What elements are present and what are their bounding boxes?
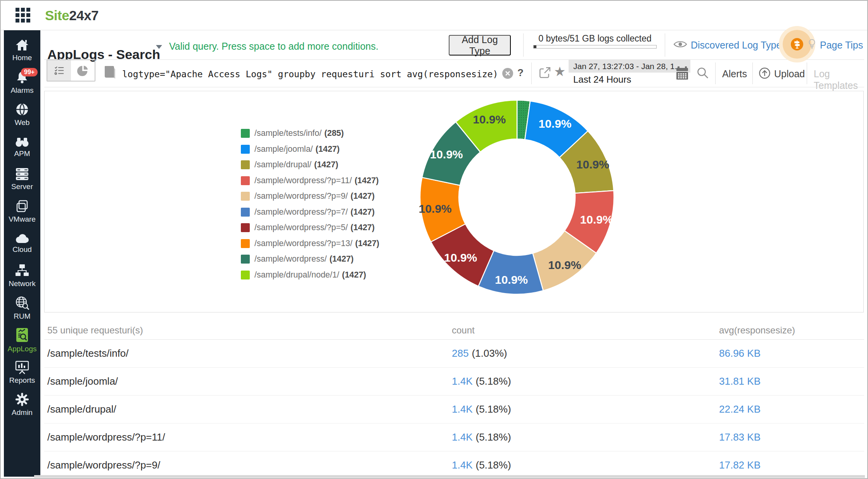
sidebar-item-vmware[interactable]: VMware xyxy=(4,195,40,227)
legend-swatch xyxy=(241,145,250,154)
donut-slice-percent-label: 10.9% xyxy=(444,251,477,264)
vmware-layers-icon xyxy=(15,199,29,213)
sidebar: Home 99+ Alarms Web APM Server VMware Cl… xyxy=(4,30,40,477)
sidebar-item-label: Cloud xyxy=(12,245,32,254)
legend-item[interactable]: /sample/wordpress/?p=13/(1427) xyxy=(241,239,379,248)
horizontal-scrollbar[interactable] xyxy=(34,475,865,478)
log-templates-button: Log Templates xyxy=(814,68,867,91)
legend-swatch xyxy=(241,239,250,248)
donut-slice-percent-label: 10.9% xyxy=(580,213,613,226)
count-link[interactable]: 285 xyxy=(452,347,469,359)
donut-chart: 10.9%10.9%10.9%10.9%10.9%10.9%10.9%10.9%… xyxy=(408,89,626,306)
saved-searches-book-icon[interactable] xyxy=(103,65,116,79)
legend-swatch xyxy=(241,160,250,169)
signpost-icon xyxy=(793,40,801,49)
legend-item[interactable]: /sample/tests/info/(285) xyxy=(241,129,379,138)
sidebar-item-reports[interactable]: Reports xyxy=(4,356,40,389)
legend-item[interactable]: /sample/wordpress/?p=7/(1427) xyxy=(241,208,379,217)
upload-icon[interactable] xyxy=(759,67,771,79)
query-help-icon[interactable]: ? xyxy=(517,67,524,79)
alarms-count-badge: 99+ xyxy=(21,68,38,76)
list-view-toggle[interactable] xyxy=(47,60,71,81)
sidebar-item-apm[interactable]: APM xyxy=(4,131,40,163)
table-summary: 55 unique requesturi(s) xyxy=(47,325,143,336)
rum-globe-search-icon xyxy=(15,296,29,310)
date-preset-text: Last 24 Hours xyxy=(569,73,690,87)
binoculars-icon xyxy=(14,136,30,148)
chart-view-toggle[interactable] xyxy=(71,60,95,81)
sidebar-item-label: VMware xyxy=(9,215,36,224)
sidebar-item-label: RUM xyxy=(14,312,30,321)
avg-link[interactable]: 31.81 KB xyxy=(719,375,761,387)
sidebar-item-rum[interactable]: RUM xyxy=(4,292,40,324)
legend-item[interactable]: /sample/wordpress/?p=9/(1427) xyxy=(241,192,379,201)
count-link[interactable]: 1.4K xyxy=(452,459,473,471)
logs-quota-progressbar xyxy=(533,45,657,49)
sidebar-item-label: Reports xyxy=(9,376,35,385)
server-icon xyxy=(15,167,29,180)
legend-item[interactable]: /sample/joomla/(1427) xyxy=(241,145,379,154)
sidebar-item-admin[interactable]: Admin xyxy=(4,389,40,421)
table-row: /sample/tests/info/ 285(1.03%) 86.96 KB xyxy=(44,340,864,368)
chart-panel: /sample/tests/info/(285) /sample/joomla/… xyxy=(44,91,864,312)
applogs-icon xyxy=(16,327,29,343)
legend-item[interactable]: /sample/wordpress/?p=5/(1427) xyxy=(241,223,379,232)
alerts-button[interactable]: Alerts xyxy=(722,68,747,80)
app-grid-icon[interactable] xyxy=(16,8,30,23)
add-log-type-button[interactable]: Add Log Type xyxy=(449,35,511,56)
count-link[interactable]: 1.4K xyxy=(452,403,473,415)
sidebar-item-home[interactable]: Home xyxy=(4,34,40,66)
cloud-icon xyxy=(14,233,30,243)
site24x7-logo[interactable]: Site24x7 xyxy=(45,6,99,25)
network-icon xyxy=(15,264,29,278)
avg-link[interactable]: 86.96 KB xyxy=(719,347,761,359)
sidebar-item-network[interactable]: Network xyxy=(4,260,40,292)
avg-link[interactable]: 17.83 KB xyxy=(719,431,761,443)
donut-slice-percent-label: 10.9% xyxy=(473,113,506,126)
home-icon xyxy=(15,38,29,52)
share-export-icon[interactable] xyxy=(538,66,552,79)
query-input[interactable]: logtype="Apache Access Logs" groupby req… xyxy=(122,69,498,80)
globe-icon xyxy=(15,102,29,116)
legend-swatch xyxy=(241,271,250,279)
column-header-avg[interactable]: avg(responsesize) xyxy=(719,325,795,336)
donut-slice-percent-label: 10.9% xyxy=(538,117,571,130)
logs-quota-text: 0 bytes/51 GB logs collected xyxy=(533,33,657,44)
title-dropdown-caret-icon[interactable] xyxy=(156,45,162,49)
topbar: Site24x7 xyxy=(1,1,867,30)
upload-button[interactable]: Upload xyxy=(774,68,805,80)
gear-icon xyxy=(15,392,29,406)
sidebar-item-label: Network xyxy=(9,279,36,288)
donut-slice-percent-label: 10.9% xyxy=(418,202,451,215)
sidebar-item-cloud[interactable]: Cloud xyxy=(4,227,40,260)
page-tips-signpost-icon[interactable] xyxy=(791,38,803,50)
legend-swatch xyxy=(241,255,250,264)
count-link[interactable]: 1.4K xyxy=(452,431,473,443)
date-range-text: Jan 27, 13:27:03 - Jan 28, 1... xyxy=(569,60,690,73)
avg-link[interactable]: 17.82 KB xyxy=(719,459,761,471)
sidebar-item-server[interactable]: Server xyxy=(4,163,40,195)
avg-link[interactable]: 22.24 KB xyxy=(719,403,761,415)
sidebar-item-alarms[interactable]: 99+ Alarms xyxy=(4,66,40,99)
favorite-star-icon[interactable]: ★ xyxy=(554,64,565,79)
table-row: /sample/drupal/ 1.4K(5.18%) 22.24 KB xyxy=(44,396,864,423)
checklist-icon xyxy=(54,66,65,76)
legend-item[interactable]: /sample/wordpress/(1427) xyxy=(241,255,379,264)
column-header-count[interactable]: count xyxy=(452,325,475,336)
sidebar-item-applogs[interactable]: AppLogs xyxy=(4,324,40,356)
sidebar-item-web[interactable]: Web xyxy=(4,99,40,131)
search-icon[interactable] xyxy=(697,67,709,79)
table-row: /sample/wordpress/?p=11/ 1.4K(5.18%) 17.… xyxy=(44,423,864,451)
clear-query-icon[interactable] xyxy=(502,68,514,79)
table-row: /sample/joomla/ 1.4K(5.18%) 31.81 KB xyxy=(44,368,864,396)
discovered-log-types-link[interactable]: Discovered Log Types xyxy=(691,39,787,51)
legend-swatch xyxy=(241,208,250,217)
legend-item[interactable]: /sample/wordpress/?p=11/(1427) xyxy=(241,176,379,185)
pie-chart-icon xyxy=(77,65,89,76)
page-tips-link[interactable]: Page Tips xyxy=(820,39,863,51)
count-link[interactable]: 1.4K xyxy=(452,375,473,387)
legend-item[interactable]: /sample/drupal/node/1/(1427) xyxy=(241,271,379,279)
sidebar-item-label: Admin xyxy=(12,408,33,417)
legend-item[interactable]: /sample/drupal/(1427) xyxy=(241,160,379,169)
date-range-picker[interactable]: Jan 27, 13:27:03 - Jan 28, 1... Last 24 … xyxy=(569,60,690,87)
